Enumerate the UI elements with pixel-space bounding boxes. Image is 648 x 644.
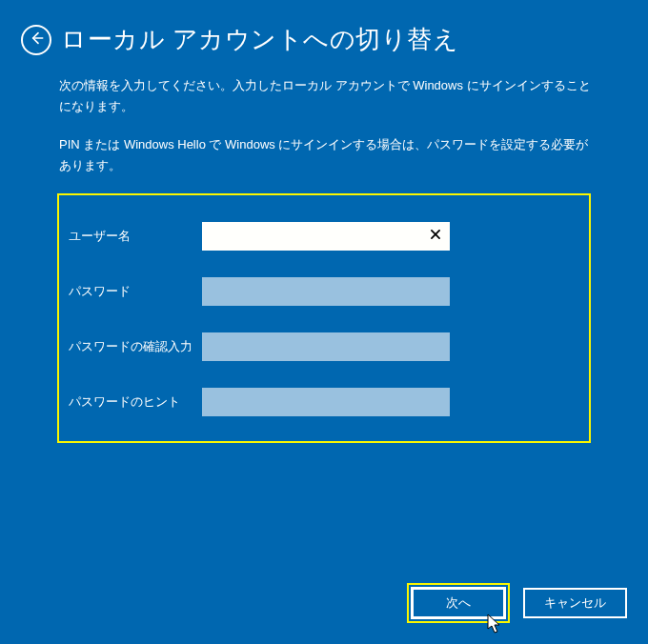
next-button[interactable]: 次へ — [411, 587, 506, 619]
username-label: ユーザー名 — [69, 228, 202, 245]
form-container: ユーザー名 パスワード パスワードの確認入力 パスワードのヒント — [57, 193, 591, 443]
clear-username-button[interactable] — [425, 226, 446, 247]
close-icon — [429, 228, 442, 245]
description-line-2: PIN または Windows Hello で Windows にサインインする… — [59, 134, 591, 176]
password-label: パスワード — [69, 283, 202, 300]
password-confirm-label: パスワードの確認入力 — [69, 338, 202, 355]
description-block: 次の情報を入力してください。入力したローカル アカウントで Windows にサ… — [0, 64, 648, 176]
password-input[interactable] — [202, 277, 450, 306]
arrow-left-icon — [29, 30, 44, 50]
password-hint-input[interactable] — [202, 388, 450, 416]
username-input[interactable] — [202, 222, 450, 251]
cancel-button[interactable]: キャンセル — [523, 588, 627, 618]
password-hint-label: パスワードのヒント — [69, 393, 202, 411]
page-title: ローカル アカウントへの切り替え — [61, 23, 458, 56]
password-confirm-input[interactable] — [202, 332, 450, 361]
next-button-highlight: 次へ — [407, 583, 510, 623]
description-line-1: 次の情報を入力してください。入力したローカル アカウントで Windows にサ… — [59, 75, 591, 117]
back-button[interactable] — [21, 25, 51, 55]
